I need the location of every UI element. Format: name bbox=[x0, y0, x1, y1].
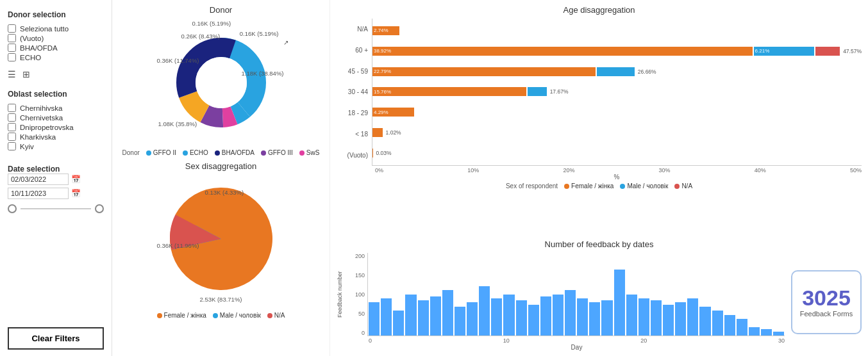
sidebar: Donor selection Seleziona tutto (Vuoto) … bbox=[0, 0, 112, 356]
legend-dot-sws bbox=[299, 150, 305, 156]
legend-dot-gffo3 bbox=[261, 150, 266, 156]
age-bar-vuoto: 0.03% bbox=[372, 147, 862, 159]
main-content: Donor bbox=[112, 0, 868, 356]
age-bar-45-male bbox=[597, 67, 635, 76]
calendar-from-icon[interactable]: 📅 bbox=[71, 175, 81, 184]
feedback-count-label: Feedback Forms bbox=[800, 310, 853, 318]
oblast-checkbox-2[interactable] bbox=[8, 123, 16, 131]
bar-col-10 bbox=[491, 298, 502, 336]
range-slider[interactable] bbox=[8, 204, 104, 213]
donor-checkbox-list: Seleziona tutto (Vuoto) BHA/OFDA ECHO bbox=[8, 23, 104, 63]
feedback-section: Number of feedback by dates Feedback num… bbox=[337, 239, 862, 351]
sex-legend-male: Male / чоловік bbox=[213, 312, 261, 319]
right-section: Age disaggregation N/A 60 + 45 - 59 30 -… bbox=[330, 0, 868, 356]
donor-chart-title: Donor bbox=[210, 5, 232, 15]
donut-center bbox=[196, 57, 247, 108]
slider-handle-right[interactable] bbox=[95, 204, 104, 213]
sex-chart-title: Sex disaggregation bbox=[185, 161, 256, 171]
bar-chart-main: Feedback number 200 150 100 50 0 bbox=[337, 253, 785, 336]
age-chart-area: Age disaggregation N/A 60 + 45 - 59 30 -… bbox=[337, 5, 862, 236]
date-from-input[interactable] bbox=[8, 174, 69, 185]
donor-checkbox-2[interactable] bbox=[8, 44, 16, 52]
clear-filters-section: Clear Filters bbox=[8, 320, 104, 350]
oblast-checkbox-0[interactable] bbox=[8, 104, 16, 112]
bar-col-13 bbox=[528, 305, 539, 336]
oblast-checkbox-4[interactable] bbox=[8, 142, 16, 150]
age-bar-lt18-female bbox=[372, 128, 383, 137]
oblast-checkbox-1[interactable] bbox=[8, 113, 16, 122]
oblast-checkbox-list: Chernihivska Chernivetska Dnipropetrovsk… bbox=[8, 102, 104, 152]
bar-col-23 bbox=[651, 300, 662, 336]
bar-x-ticks: 0 10 20 30 bbox=[369, 337, 785, 344]
donor-donut-chart: 0.16K (5.19%) ↗ 0.16K (5.19%) 0.26K (8.4… bbox=[157, 19, 285, 147]
date-to-row: 📅 bbox=[8, 188, 104, 199]
age-bar-na: 2.74% bbox=[372, 24, 862, 37]
bar-col-1 bbox=[381, 298, 392, 336]
bar-col-19 bbox=[601, 300, 612, 336]
feedback-count-number: 3025 bbox=[802, 286, 851, 310]
calendar-to-icon[interactable]: 📅 bbox=[71, 189, 81, 198]
sex-legend-na: N/A bbox=[267, 312, 285, 319]
expand-icon[interactable]: ⊞ bbox=[22, 69, 30, 79]
age-bar-lt18: 1.02% bbox=[372, 126, 862, 139]
slider-handle-left[interactable] bbox=[8, 204, 17, 213]
bar-col-4 bbox=[418, 300, 429, 336]
filter-icons-row: ☰ ⊞ bbox=[8, 67, 104, 82]
bar-columns bbox=[367, 253, 785, 336]
donor-legend-prefix: Donor bbox=[122, 149, 140, 156]
age-dot-na bbox=[674, 184, 680, 189]
donor-checkbox-1[interactable] bbox=[8, 34, 16, 42]
age-x-label: % bbox=[372, 174, 862, 181]
bar-col-20 bbox=[614, 270, 625, 336]
age-bar-na-female: 2.74% bbox=[372, 26, 399, 35]
donor-legend: Donor GFFO II ECHO BHA/OFDA bbox=[122, 149, 320, 156]
date-from-row: 📅 bbox=[8, 174, 104, 185]
sex-dot-na bbox=[267, 313, 272, 318]
oblast-option-0[interactable]: Chernihivska bbox=[8, 104, 104, 112]
date-section: Date selection 📅 📅 bbox=[8, 161, 104, 213]
age-y-axis: N/A 60 + 45 - 59 30 - 44 18 - 29 < 18 (V… bbox=[337, 19, 372, 166]
bar-col-2 bbox=[393, 311, 404, 336]
age-dot-female bbox=[564, 184, 569, 189]
bar-col-3 bbox=[405, 295, 416, 336]
donor-option-3[interactable]: ECHO bbox=[8, 53, 104, 61]
pie-label-male: 0.36K (11.96%) bbox=[157, 242, 199, 249]
legend-bha: BHA/OFDA bbox=[215, 149, 255, 156]
oblast-option-1[interactable]: Chernivetska bbox=[8, 113, 104, 122]
age-bar-60plus: 38.92% 6.21% 47.57% bbox=[372, 45, 862, 58]
feedback-chart-title: Number of feedback by dates bbox=[337, 239, 862, 249]
clear-filters-button[interactable]: Clear Filters bbox=[8, 327, 104, 350]
pie-label-na: 0.13K (4.33%) bbox=[205, 189, 244, 196]
oblast-checkbox-3[interactable] bbox=[8, 133, 16, 141]
bar-col-12 bbox=[516, 300, 527, 336]
age-bar-45-59: 22.79% 26.66% bbox=[372, 65, 862, 78]
bar-col-8 bbox=[467, 302, 478, 336]
feedback-bar-chart: Feedback number 200 150 100 50 0 bbox=[337, 253, 785, 351]
sex-dot-male bbox=[213, 313, 218, 318]
oblast-option-3[interactable]: Kharkivska bbox=[8, 133, 104, 141]
donor-option-1[interactable]: (Vuoto) bbox=[8, 34, 104, 42]
bar-col-29 bbox=[724, 315, 735, 336]
bar-col-25 bbox=[675, 302, 686, 336]
oblast-option-2[interactable]: Dnipropetrovska bbox=[8, 123, 104, 131]
sex-legend: Female / жінка Male / чоловік N/A bbox=[157, 312, 285, 319]
feedback-count-box: 3025 Feedback Forms bbox=[791, 270, 862, 334]
oblast-option-4[interactable]: Kyiv bbox=[8, 142, 104, 150]
donor-checkbox-0[interactable] bbox=[8, 24, 16, 33]
bar-col-11 bbox=[503, 295, 514, 336]
bar-col-6 bbox=[442, 290, 453, 336]
filter-icon[interactable]: ☰ bbox=[8, 69, 16, 79]
legend-dot-bha bbox=[215, 150, 220, 156]
donor-option-0[interactable]: Seleziona tutto bbox=[8, 24, 104, 33]
donor-checkbox-3[interactable] bbox=[8, 53, 16, 61]
bar-x-label: Day bbox=[369, 344, 785, 351]
date-to-input[interactable] bbox=[8, 188, 69, 199]
age-bar-60-female: 38.92% bbox=[372, 47, 753, 56]
donor-option-2[interactable]: BHA/OFDA bbox=[8, 44, 104, 52]
feedback-row: Feedback number 200 150 100 50 0 bbox=[337, 253, 862, 351]
donor-chart-section: Donor bbox=[112, 0, 330, 356]
bar-col-7 bbox=[455, 307, 465, 336]
bar-col-5 bbox=[430, 296, 441, 336]
bar-col-31 bbox=[749, 327, 760, 336]
bar-col-9 bbox=[479, 286, 490, 336]
